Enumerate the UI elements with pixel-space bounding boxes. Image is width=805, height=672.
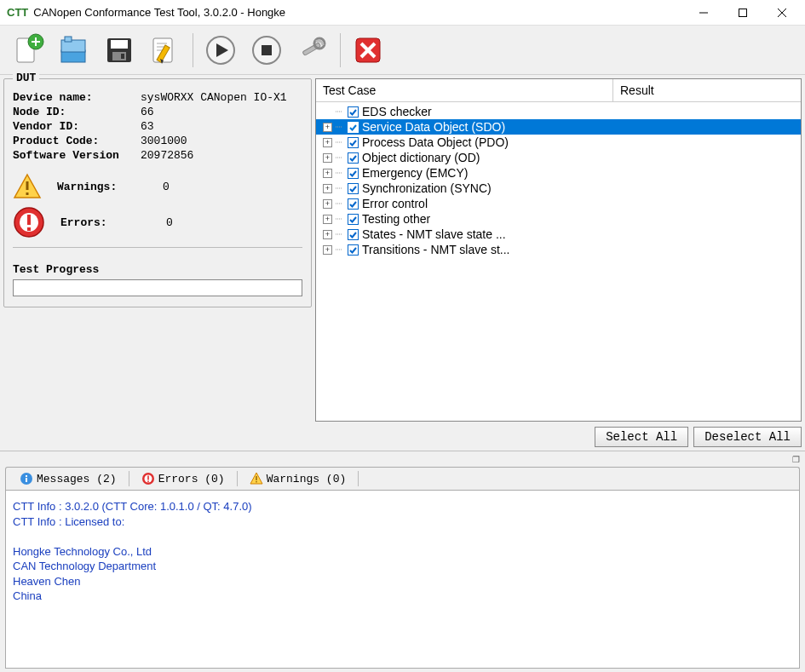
play-button[interactable] (198, 29, 243, 72)
deselect-all-button[interactable]: Deselect All (693, 427, 802, 447)
new-button[interactable] (5, 29, 49, 72)
checkbox[interactable] (348, 106, 359, 118)
test-progress-bar (13, 279, 302, 296)
node-id-value: 66 (141, 106, 154, 118)
tree-row[interactable]: +Process Data Object (PDO) (316, 135, 801, 150)
app-logo: CTT (7, 6, 28, 19)
tree-item-label: States - NMT slave state ... (362, 227, 506, 241)
message-line: CTT Info : 3.0.2.0 (CTT Core: 1.0.1.0 / … (13, 499, 792, 514)
checkbox[interactable] (348, 244, 359, 256)
settings-button[interactable] (290, 29, 335, 72)
checkbox[interactable] (348, 183, 359, 194)
dock-handle-icon[interactable]: ❐ (5, 455, 800, 467)
tab-warnings[interactable]: Warnings (0) (241, 470, 355, 487)
tab-errors[interactable]: Errors (0) (133, 470, 233, 487)
svg-rect-35 (27, 215, 31, 225)
tree-row[interactable]: +States - NMT slave state ... (316, 227, 801, 242)
tree-connector (336, 136, 344, 148)
messages-box[interactable]: CTT Info : 3.0.2.0 (CTT Core: 1.0.1.0 / … (5, 490, 800, 669)
sw-version-value: 20972856 (141, 149, 193, 162)
toolbar-separator (340, 33, 341, 67)
expand-icon[interactable]: + (323, 123, 332, 132)
window-title: CANopen Conformance Test Tool, 3.0.2.0 -… (33, 6, 684, 19)
tab-separator (129, 471, 129, 486)
tree-row[interactable]: +Testing other (316, 211, 801, 227)
expand-icon[interactable]: + (323, 153, 332, 163)
checkbox[interactable] (348, 137, 359, 148)
tree-row[interactable]: +Error control (316, 196, 801, 211)
tree-row[interactable]: EDS checker (316, 104, 801, 119)
product-code-value: 3001000 (141, 135, 187, 147)
tree-item-label: EDS checker (362, 105, 432, 118)
tree-row[interactable]: +Transitions - NMT slave st... (316, 242, 801, 257)
edit-button[interactable] (143, 29, 187, 72)
tab-separator (237, 471, 238, 486)
toolbar-separator (193, 33, 193, 67)
tree-connector (336, 167, 344, 179)
svg-rect-14 (121, 54, 124, 59)
test-case-tree[interactable]: Test Case Result EDS checker+Service Dat… (315, 78, 802, 422)
tree-connector (336, 244, 344, 256)
select-all-button[interactable]: Select All (595, 427, 688, 447)
open-button[interactable] (51, 29, 95, 72)
col-header-testcase[interactable]: Test Case (316, 79, 613, 101)
main-area: DUT Device name:sysWORXX CANopen IO-X1 N… (0, 75, 805, 451)
checkbox[interactable] (348, 198, 359, 210)
expand-icon[interactable]: + (323, 169, 332, 178)
minimize-button[interactable] (684, 0, 723, 26)
expand-placeholder (323, 107, 332, 117)
device-name-label: Device name: (13, 91, 141, 104)
tree-connector (336, 198, 344, 210)
expand-icon[interactable]: + (323, 215, 332, 224)
expand-icon[interactable]: + (323, 230, 332, 239)
message-line: Heaven Chen (13, 574, 792, 589)
maximize-button[interactable] (723, 0, 762, 26)
svg-rect-10 (65, 37, 72, 42)
svg-rect-31 (26, 181, 29, 190)
tree-connector (336, 213, 344, 225)
error-icon (141, 472, 155, 485)
checkbox[interactable] (348, 122, 359, 133)
tree-row[interactable]: +Object dictionary (OD) (316, 150, 801, 165)
svg-rect-1 (739, 9, 747, 16)
checkbox[interactable] (348, 214, 359, 225)
save-button[interactable] (97, 29, 141, 72)
checkbox[interactable] (348, 229, 359, 240)
dut-panel: DUT Device name:sysWORXX CANopen IO-X1 N… (3, 78, 312, 307)
tree-header: Test Case Result (316, 79, 801, 102)
warning-icon (13, 172, 42, 201)
col-header-result[interactable]: Result (613, 79, 801, 101)
checkbox[interactable] (348, 152, 359, 164)
svg-rect-53 (147, 481, 149, 483)
tree-row[interactable]: +Service Data Object (SDO) (316, 119, 801, 135)
tree-connector (336, 121, 344, 133)
bottom-panel: ❐ Messages (2) Errors (0) Warnings (0) C… (0, 451, 805, 672)
stop-button[interactable] (244, 29, 289, 72)
message-line: Hongke Technology Co., Ltd (13, 544, 792, 560)
tree-row[interactable]: +Emergency (EMCY) (316, 165, 801, 181)
message-line: China (13, 589, 792, 604)
titlebar: CTT CANopen Conformance Test Tool, 3.0.2… (0, 0, 805, 26)
tree-connector (336, 152, 344, 164)
sw-version-label: Software Version (13, 149, 141, 162)
device-name-value: sysWORXX CANopen IO-X1 (141, 91, 287, 104)
svg-rect-24 (262, 45, 272, 55)
expand-icon[interactable]: + (323, 245, 332, 255)
tree-row[interactable]: +Synchronization (SYNC) (316, 181, 801, 196)
tree-item-label: Error control (362, 197, 428, 210)
tab-separator (358, 471, 359, 486)
tree-item-label: Synchronization (SYNC) (362, 181, 492, 195)
tab-messages[interactable]: Messages (2) (11, 470, 125, 487)
cancel-button[interactable] (346, 29, 390, 72)
close-button[interactable] (762, 0, 802, 26)
svg-rect-56 (256, 481, 256, 482)
expand-icon[interactable]: + (323, 184, 332, 193)
message-line (13, 529, 792, 544)
message-line: CAN Technology Department (13, 559, 792, 574)
info-icon (20, 472, 33, 485)
checkbox[interactable] (348, 168, 359, 179)
expand-icon[interactable]: + (323, 138, 332, 147)
tab-warnings-label: Warnings (0) (267, 473, 347, 485)
expand-icon[interactable]: + (323, 199, 332, 209)
tab-messages-label: Messages (2) (37, 473, 117, 485)
